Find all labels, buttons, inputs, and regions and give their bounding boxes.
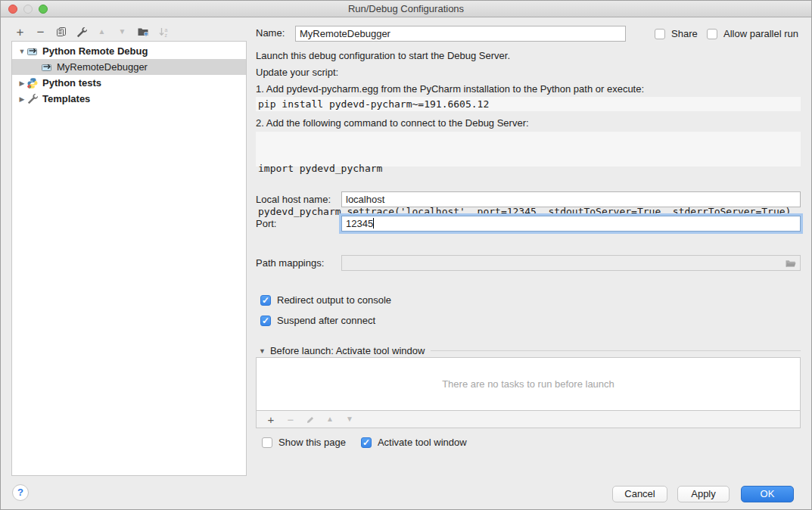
tree-item-label: Templates [42, 93, 90, 104]
templates-wrench-icon [26, 93, 39, 105]
pencil-icon [306, 415, 316, 424]
add-configuration-button[interactable]: + [10, 23, 30, 40]
section-divider [431, 350, 801, 351]
step-2-text: 2. Add the following command to connect … [256, 117, 529, 129]
new-folder-button[interactable] [132, 23, 153, 40]
before-launch-task-list[interactable]: There are no tasks to run before launch [256, 357, 801, 411]
chevron-down-icon[interactable]: ▼ [17, 48, 26, 55]
move-up-button: ▲ [92, 23, 112, 40]
local-host-name-input[interactable] [341, 191, 801, 207]
run-configuration-icon [26, 45, 39, 58]
name-label: Name: [256, 25, 285, 41]
help-button[interactable]: ? [12, 484, 29, 501]
window-title: Run/Debug Configurations [1, 1, 811, 17]
move-task-down-button: ▼ [340, 412, 359, 427]
ok-button[interactable]: OK [741, 486, 794, 502]
redirect-output-checkbox[interactable] [260, 295, 271, 306]
run-debug-configurations-dialog: Run/Debug Configurations + − ▲ ▼ az [0, 0, 812, 510]
copy-icon [56, 26, 67, 37]
suspend-after-connect-checkbox[interactable] [260, 316, 271, 326]
tree-item-label: MyRemoteDebugger [57, 61, 148, 73]
no-tasks-text: There are no tasks to run before launch [442, 378, 614, 390]
text-caret [373, 218, 374, 229]
cancel-button[interactable]: Cancel [612, 486, 667, 502]
copy-configuration-button[interactable] [51, 23, 71, 40]
bottom-options-row: Show this page Activate tool window [262, 437, 467, 448]
allow-parallel-run-checkbox[interactable] [707, 29, 717, 39]
move-down-icon: ▼ [346, 415, 353, 423]
collapse-triangle-icon[interactable]: ▼ [259, 347, 266, 355]
share-checkbox[interactable] [655, 29, 665, 39]
edit-task-button [300, 412, 320, 427]
before-launch-toolbar: + − ▲ ▼ [256, 411, 801, 428]
configurations-toolbar: + − ▲ ▼ az [10, 23, 173, 41]
share-option: Share [655, 28, 698, 39]
settrace-code-line-1: import pydevd_pycharm [258, 161, 801, 176]
activate-tool-window-checkbox[interactable] [361, 437, 372, 448]
add-task-button[interactable]: + [261, 412, 281, 427]
remove-configuration-button[interactable]: − [30, 23, 51, 40]
tree-item-python-tests[interactable]: ▶ Python tests [12, 75, 246, 91]
pip-install-code: pip install pydevd-pycharm~=191.6605.12 [256, 97, 801, 111]
remove-task-button: − [281, 412, 300, 427]
tree-item-python-remote-debug[interactable]: ▼ Python Remote Debug [12, 43, 246, 59]
description-line-1: Launch this debug configuration to start… [256, 50, 510, 61]
svg-text:a: a [164, 27, 167, 33]
port-input[interactable]: 12345 [341, 216, 801, 232]
new-folder-icon [137, 26, 149, 38]
move-down-button: ▼ [112, 23, 132, 40]
show-this-page-checkbox[interactable] [262, 437, 272, 448]
activate-tool-window-label: Activate tool window [378, 437, 467, 448]
tree-item-label: Python Remote Debug [42, 45, 148, 57]
svg-text:z: z [164, 33, 167, 38]
allow-parallel-run-label: Allow parallel run [723, 28, 798, 39]
port-value: 12345 [346, 218, 373, 229]
name-input[interactable] [295, 26, 626, 42]
settrace-code-block: import pydevd_pycharm pydevd_pycharm.set… [256, 132, 801, 166]
redirect-output-option: Redirect output to console [260, 294, 391, 306]
before-launch-section-header[interactable]: ▼ Before launch: Activate tool window [259, 345, 801, 356]
browse-folder-icon[interactable] [785, 257, 797, 269]
suspend-after-connect-option: Suspend after connect [260, 315, 375, 326]
sort-alphabetically-button: az [153, 23, 173, 40]
local-host-name-label: Local host name: [256, 191, 331, 207]
tree-item-myremotedebugger[interactable]: MyRemoteDebugger [12, 59, 246, 75]
description-line-2: Update your script: [256, 67, 338, 78]
apply-button[interactable]: Apply [677, 486, 730, 502]
move-down-icon: ▼ [119, 28, 126, 36]
chevron-right-icon[interactable]: ▶ [17, 79, 26, 87]
tree-item-templates[interactable]: ▶ Templates [12, 91, 246, 107]
python-tests-icon [26, 77, 39, 89]
suspend-after-connect-label: Suspend after connect [277, 315, 375, 326]
run-configuration-icon [41, 61, 53, 73]
tree-item-label: Python tests [42, 77, 101, 89]
allow-parallel-option: Allow parallel run [707, 28, 798, 39]
before-launch-title: Before launch: Activate tool window [270, 345, 425, 356]
port-label: Port: [256, 216, 276, 232]
configurations-tree: ▼ Python Remote Debug MyRemoteDebugger ▶ [11, 41, 247, 476]
path-mappings-label: Path mappings: [256, 255, 324, 271]
redirect-output-label: Redirect output to console [277, 294, 391, 306]
title-bar: Run/Debug Configurations [1, 1, 811, 17]
show-this-page-label: Show this page [278, 437, 346, 448]
move-up-icon: ▲ [98, 28, 106, 36]
move-task-up-button: ▲ [320, 412, 340, 427]
sort-alphabetically-icon: az [157, 26, 170, 38]
chevron-right-icon[interactable]: ▶ [17, 95, 26, 103]
path-mappings-input[interactable] [341, 255, 801, 271]
move-up-icon: ▲ [326, 415, 334, 423]
step-1-text: 1. Add pydevd-pycharm.egg from the PyCha… [256, 83, 644, 95]
edit-defaults-button[interactable] [71, 23, 92, 40]
share-label: Share [671, 28, 698, 39]
wrench-icon [76, 26, 87, 38]
